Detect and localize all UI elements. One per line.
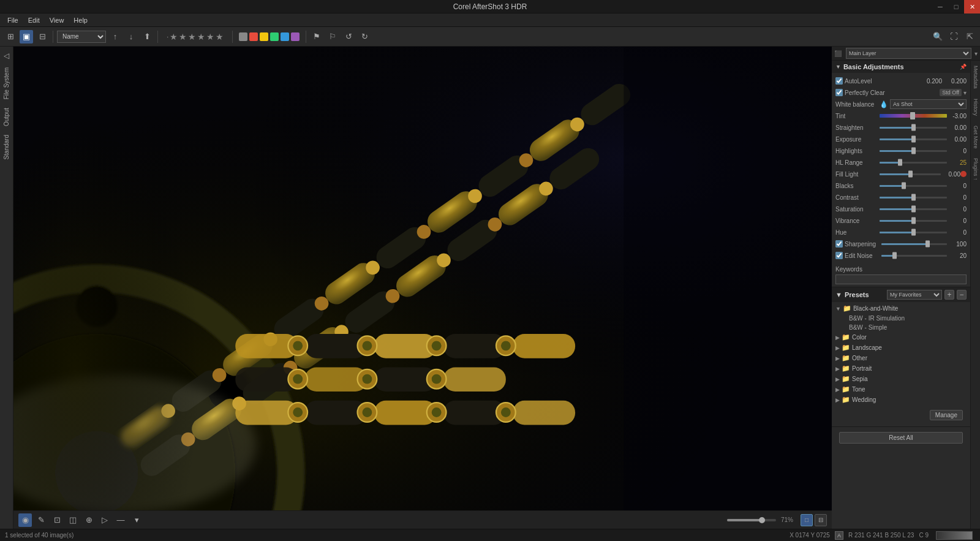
- star-6[interactable]: ★: [216, 32, 224, 42]
- tint-slider-track[interactable]: [880, 114, 947, 118]
- saturation-thumb[interactable]: [911, 206, 916, 213]
- presets-remove-button[interactable]: −: [957, 290, 967, 300]
- manage-button[interactable]: Manage: [930, 410, 963, 420]
- eyedropper-icon[interactable]: 💧: [880, 100, 888, 108]
- highlights-slider[interactable]: [880, 146, 947, 155]
- preset-folder-sepia[interactable]: ▶ 📁 Sepia: [832, 374, 970, 384]
- straighten-slider[interactable]: [880, 123, 947, 132]
- presets-dropdown[interactable]: My Favorites: [887, 290, 942, 300]
- edit-noise-checkbox[interactable]: [835, 252, 843, 259]
- color-label-red[interactable]: [249, 32, 258, 41]
- menu-file[interactable]: File: [2, 15, 23, 25]
- presets-add-button[interactable]: +: [944, 290, 954, 300]
- reset-all-button[interactable]: Reset All: [839, 432, 963, 444]
- color-label-green[interactable]: [270, 32, 279, 41]
- tab-standard[interactable]: Standard: [1, 131, 12, 164]
- preset-folder-color[interactable]: ▶ 📁 Color: [832, 332, 970, 342]
- menu-view[interactable]: View: [45, 15, 69, 25]
- presets-collapse-arrow[interactable]: ▼: [835, 291, 842, 298]
- close-button[interactable]: ✕: [964, 0, 980, 13]
- hl-range-thumb[interactable]: [898, 159, 902, 166]
- keywords-input[interactable]: [835, 274, 967, 284]
- straighten-thumb[interactable]: [911, 124, 916, 131]
- sort-desc-button[interactable]: ↓: [124, 30, 138, 44]
- unflag-icon[interactable]: ⚐: [326, 30, 339, 44]
- zoom-tool[interactable]: ⊕: [82, 513, 96, 527]
- star-3[interactable]: ★: [188, 32, 196, 42]
- section-pin-icon[interactable]: 📌: [960, 64, 967, 70]
- tab-file-system[interactable]: File System: [1, 64, 12, 103]
- sharpening-thumb[interactable]: [925, 241, 930, 248]
- wb-select[interactable]: As Shot Auto Daylight Cloudy Shade Tungs…: [890, 99, 967, 109]
- sort-select[interactable]: Name: [57, 31, 106, 43]
- external-icon[interactable]: ⇱: [963, 30, 976, 44]
- sort-asc-button[interactable]: ↑: [108, 30, 122, 44]
- star-2[interactable]: ★: [179, 32, 187, 42]
- grid-view-icon[interactable]: ⊞: [4, 30, 17, 44]
- edit-noise-thumb[interactable]: [892, 252, 897, 259]
- fill-light-thumb[interactable]: [908, 171, 913, 178]
- star-5[interactable]: ★: [206, 32, 214, 42]
- paint-tool[interactable]: ✎: [34, 513, 48, 527]
- exposure-slider[interactable]: [880, 135, 947, 143]
- zoom-slider[interactable]: [727, 519, 776, 521]
- undo-icon[interactable]: ↺: [342, 30, 355, 44]
- preset-folder-bw[interactable]: ▼ 📁 Black-and-White: [832, 303, 970, 314]
- autolevel-checkbox[interactable]: [835, 77, 843, 85]
- basic-adjustments-header[interactable]: ▼ Basic Adjustments 📌: [832, 61, 970, 73]
- maximize-button[interactable]: □: [948, 0, 964, 13]
- vibrance-slider[interactable]: [880, 216, 947, 225]
- contrast-slider[interactable]: [880, 193, 947, 202]
- preset-folder-tone[interactable]: ▶ 📁 Tone: [832, 384, 970, 395]
- compare-view-icon[interactable]: ⊟: [36, 30, 49, 44]
- edit-noise-slider[interactable]: [881, 251, 947, 260]
- hue-thumb[interactable]: [911, 229, 916, 236]
- color-label-blue[interactable]: [281, 32, 289, 41]
- menu-help[interactable]: Help: [69, 15, 92, 25]
- tab-get-more[interactable]: Get More: [971, 121, 980, 154]
- tab-plugins[interactable]: Plugins ↑: [971, 153, 980, 186]
- saturation-slider[interactable]: [880, 205, 947, 213]
- color-label-purple[interactable]: [291, 32, 300, 41]
- star-1[interactable]: ★: [170, 32, 178, 42]
- preset-item-bw-ir[interactable]: B&W - IR Simulation: [832, 314, 970, 323]
- search-icon[interactable]: 🔍: [931, 30, 944, 44]
- rotate-tool[interactable]: ▷: [98, 513, 111, 527]
- minimize-button[interactable]: ─: [932, 0, 948, 13]
- blacks-slider[interactable]: [880, 181, 947, 190]
- tint-thumb[interactable]: [910, 112, 915, 119]
- flag-icon[interactable]: ⚑: [310, 30, 323, 44]
- preset-folder-portrait[interactable]: ▶ 📁 Portrait: [832, 363, 970, 374]
- menu-edit[interactable]: Edit: [23, 15, 45, 25]
- more-tools[interactable]: ▾: [130, 513, 143, 527]
- layer-dropdown-icon[interactable]: ▾: [974, 50, 978, 57]
- crop-tool[interactable]: ⊡: [50, 513, 64, 527]
- preset-folder-other[interactable]: ▶ 📁 Other: [832, 353, 970, 363]
- crop-rect-tool[interactable]: ◫: [66, 513, 80, 527]
- color-label-none[interactable]: [239, 32, 247, 41]
- tab-metadata[interactable]: Metadata: [971, 61, 980, 94]
- redo-icon[interactable]: ↻: [358, 30, 371, 44]
- upload-button[interactable]: ⬆: [140, 30, 154, 44]
- fullscreen-icon[interactable]: ⛶: [947, 30, 960, 44]
- color-label-yellow[interactable]: [260, 32, 268, 41]
- left-panel-toggle[interactable]: ◁: [1, 49, 12, 62]
- preset-folder-landscape[interactable]: ▶ 📁 Landscape: [832, 342, 970, 353]
- sharpening-slider[interactable]: [881, 240, 947, 248]
- layer-select[interactable]: Main Layer: [846, 48, 971, 59]
- perfectly-clear-checkbox[interactable]: [835, 89, 843, 96]
- highlights-thumb[interactable]: [911, 148, 916, 154]
- tab-output[interactable]: Output: [1, 104, 12, 130]
- tab-history[interactable]: History: [971, 94, 980, 121]
- preset-folder-wedding[interactable]: ▶ 📁 Wedding: [832, 395, 970, 405]
- contrast-thumb[interactable]: [911, 194, 916, 201]
- line-tool[interactable]: —: [114, 513, 127, 527]
- zoom-thumb[interactable]: [759, 517, 765, 523]
- single-view-icon[interactable]: ▣: [20, 30, 33, 44]
- hl-range-slider[interactable]: [880, 158, 947, 167]
- sharpening-checkbox[interactable]: [835, 240, 843, 248]
- exposure-thumb[interactable]: [911, 136, 916, 143]
- select-tool[interactable]: ◉: [18, 513, 32, 527]
- vibrance-thumb[interactable]: [911, 218, 916, 224]
- single-view-btn[interactable]: □: [801, 514, 813, 526]
